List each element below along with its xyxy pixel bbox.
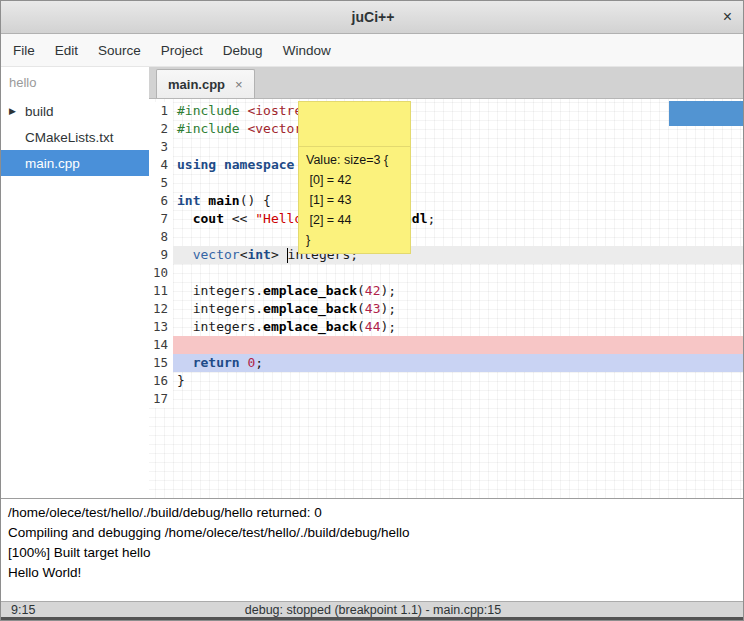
- line-number[interactable]: 13: [149, 318, 173, 336]
- code-line[interactable]: #include <iostream>: [173, 102, 744, 120]
- sidebar-tree: ▶buildCMakeLists.txtmain.cpp: [1, 98, 149, 176]
- menu-item-source[interactable]: Source: [88, 36, 151, 65]
- code-line[interactable]: vector<int> integers;: [173, 246, 744, 264]
- code-token: [177, 301, 193, 316]
- code-line[interactable]: [173, 174, 744, 192]
- line-number[interactable]: 2: [149, 120, 173, 138]
- editor-line: 8: [149, 228, 744, 246]
- code-line[interactable]: integers.emplace_back(42);: [173, 282, 744, 300]
- code-line[interactable]: }: [173, 372, 744, 390]
- code-token: emplace_back: [263, 319, 357, 334]
- close-icon[interactable]: ×: [723, 8, 732, 26]
- sidebar-item-build[interactable]: ▶build: [1, 98, 149, 124]
- console-line: Hello World!: [8, 563, 738, 583]
- code-token: cout: [193, 211, 224, 226]
- menu-item-debug[interactable]: Debug: [213, 36, 273, 65]
- code-token: #include: [177, 121, 240, 136]
- line-number[interactable]: 12: [149, 300, 173, 318]
- code-token: [177, 283, 193, 298]
- code-token: 44: [365, 319, 381, 334]
- tab-label: main.cpp: [168, 77, 225, 92]
- code-token: );: [381, 319, 397, 334]
- editor-line: 9 vector<int> integers;: [149, 246, 744, 264]
- code-token: ;: [427, 211, 435, 226]
- code-token: [216, 157, 224, 172]
- code-token: integers.: [193, 319, 263, 334]
- code-token: 42: [365, 283, 381, 298]
- code-line[interactable]: integers.emplace_back(43);: [173, 300, 744, 318]
- window-title: juCi++: [352, 9, 395, 25]
- code-token: namespace: [224, 157, 294, 172]
- tab-close-icon[interactable]: ×: [235, 77, 243, 92]
- code-token: );: [381, 283, 397, 298]
- line-number[interactable]: 14: [149, 336, 173, 354]
- line-number[interactable]: 3: [149, 138, 173, 156]
- editor-line: 16}: [149, 372, 744, 390]
- editor-line: 13 integers.emplace_back(44);: [149, 318, 744, 336]
- line-number[interactable]: 16: [149, 372, 173, 390]
- menu-item-file[interactable]: File: [3, 36, 45, 65]
- sidebar-item-cmakelists-txt[interactable]: CMakeLists.txt: [1, 124, 149, 150]
- code-line[interactable]: [173, 138, 744, 156]
- editor-line: 11 integers.emplace_back(42);: [149, 282, 744, 300]
- tab-main-cpp[interactable]: main.cpp ×: [156, 69, 255, 98]
- code-token: <<: [224, 211, 255, 226]
- code-token: integers.: [193, 301, 263, 316]
- code-line[interactable]: [173, 264, 744, 282]
- code-token: [177, 355, 193, 370]
- code-token: );: [381, 301, 397, 316]
- code-token: 43: [365, 301, 381, 316]
- line-number[interactable]: 7: [149, 210, 173, 228]
- line-number[interactable]: 10: [149, 264, 173, 282]
- code-token: main: [208, 193, 239, 208]
- editor-line: 3: [149, 138, 744, 156]
- tooltip-line: Value: size=3 {: [306, 150, 403, 170]
- code-line[interactable]: using namespace std;: [173, 156, 744, 174]
- title-bar: juCi++ ×: [1, 1, 744, 34]
- code-token: using: [177, 157, 216, 172]
- menu-item-project[interactable]: Project: [151, 36, 213, 65]
- code-line[interactable]: #include <vector>: [173, 120, 744, 138]
- line-number[interactable]: 9: [149, 246, 173, 264]
- tooltip-line: [2] = 44: [306, 210, 403, 230]
- menu-item-edit[interactable]: Edit: [45, 36, 88, 65]
- editor-line: 6int main() {: [149, 192, 744, 210]
- debug-value-tooltip: Value: size=3 { [0] = 42 [1] = 43 [2] = …: [298, 146, 411, 254]
- code-token: int: [247, 247, 270, 262]
- expander-icon[interactable]: ▶: [9, 106, 16, 116]
- sidebar-item-label: main.cpp: [25, 156, 80, 171]
- line-number[interactable]: 5: [149, 174, 173, 192]
- code-line[interactable]: integers.emplace_back(44);: [173, 318, 744, 336]
- editor-line: 17: [149, 390, 744, 408]
- code-token: () {: [240, 193, 271, 208]
- code-line[interactable]: cout << "Hello World!" << endl;: [173, 210, 744, 228]
- file-sidebar: hello ▶buildCMakeLists.txtmain.cpp: [1, 67, 149, 498]
- menu-item-window[interactable]: Window: [273, 36, 341, 65]
- code-line[interactable]: int main() {: [173, 192, 744, 210]
- code-token: return: [193, 355, 240, 370]
- editor-line: 14: [149, 336, 744, 354]
- window: juCi++ × FileEditSourceProjectDebugWindo…: [0, 0, 744, 621]
- status-bar: 9:15 debug: stopped (breakpoint 1.1) - m…: [1, 601, 744, 617]
- code-token: vector: [193, 247, 240, 262]
- scrollbar-slider[interactable]: [669, 101, 744, 126]
- code-token: integers.: [193, 283, 263, 298]
- line-number[interactable]: 8: [149, 228, 173, 246]
- line-number[interactable]: 11: [149, 282, 173, 300]
- code-editor[interactable]: 1#include <iostream>2#include <vector>34…: [149, 99, 744, 498]
- sidebar-item-main-cpp[interactable]: main.cpp: [1, 150, 149, 176]
- code-line[interactable]: [173, 336, 744, 354]
- line-number[interactable]: 17: [149, 390, 173, 408]
- line-number[interactable]: 15: [149, 354, 173, 372]
- code-token: emplace_back: [263, 283, 357, 298]
- tooltip-line: [0] = 42: [306, 170, 403, 190]
- code-line[interactable]: return 0;: [173, 354, 744, 372]
- editor-line: 5: [149, 174, 744, 192]
- line-number[interactable]: 6: [149, 192, 173, 210]
- code-line[interactable]: [173, 390, 744, 408]
- line-number[interactable]: 1: [149, 102, 173, 120]
- text-cursor: [287, 248, 288, 263]
- code-token: (: [357, 301, 365, 316]
- code-line[interactable]: [173, 228, 744, 246]
- line-number[interactable]: 4: [149, 156, 173, 174]
